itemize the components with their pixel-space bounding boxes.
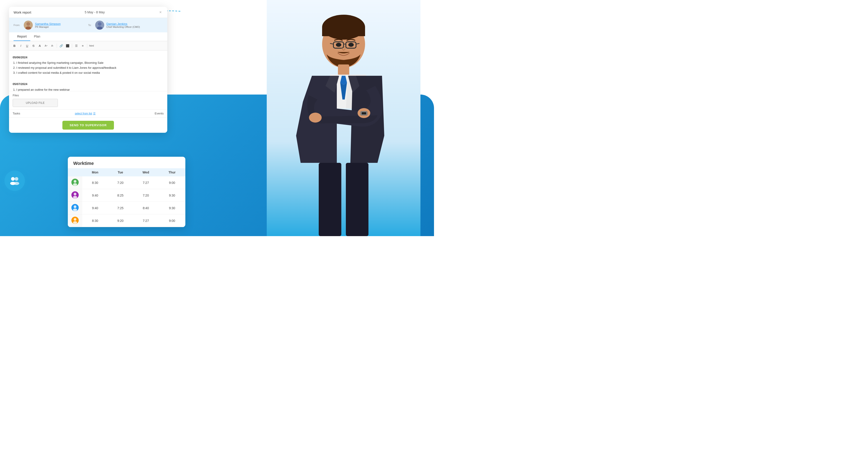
row-2-mon: 9:40 <box>82 189 108 202</box>
worktime-row-2: 9:40 8:25 7:20 9:30 <box>68 189 185 202</box>
ordered-list-button[interactable]: ☰ <box>74 43 79 49</box>
avatar-3 <box>71 204 79 211</box>
worktime-header-row: Mon Tue Wed Thur <box>68 168 185 176</box>
to-section: To: Damian Jenkins Chief Marketing Offic… <box>88 21 163 30</box>
work-report-card: Work report 5 May - 8 May × From: Samant… <box>9 7 167 133</box>
send-area: SEND TO SUPERVISOR <box>9 117 167 133</box>
entry-item-2-1: 1. I prepared an outline for the new web… <box>13 87 164 91</box>
italic-button[interactable]: I <box>18 43 24 49</box>
card-header: Work report 5 May - 8 May × <box>9 7 167 18</box>
from-label: From: <box>13 24 20 26</box>
row-3-mon: 9:40 <box>82 202 108 214</box>
entry-date-1: 05/06/2024 <box>13 55 164 60</box>
page-container: Work report 5 May - 8 May × From: Samant… <box>0 0 434 236</box>
worktime-table: Mon Tue Wed Thur <box>68 168 185 227</box>
from-to-section: From: Samantha Simpson PR Manager To: <box>9 18 167 32</box>
to-person-role: Chief Marketing Officer (CMO) <box>106 26 140 28</box>
svg-rect-27 <box>362 112 366 114</box>
col-thur: Thur <box>159 168 185 176</box>
toolbar-separator-1 <box>57 43 57 48</box>
svg-point-16 <box>348 43 354 47</box>
row-1-thur: 9:00 <box>159 176 185 189</box>
svg-point-1 <box>11 177 15 181</box>
svg-point-46 <box>73 208 77 211</box>
link-button[interactable]: 🔗 <box>59 43 64 49</box>
editor-toolbar: B I U S A A+ A- 🔗 ⬛ ☰ ≡ html <box>9 41 167 51</box>
font-size-down-button[interactable]: A- <box>50 43 55 49</box>
worktime-row-4: 8:30 9:20 7:27 9:00 <box>68 214 185 227</box>
select-from-list-text: select from list <box>75 112 92 115</box>
tasks-section: Tasks select from list ☰ Events <box>9 109 167 117</box>
svg-point-24 <box>309 113 322 123</box>
font-size-up-button[interactable]: A+ <box>43 43 49 49</box>
team-badge <box>4 171 25 191</box>
row-1-avatar <box>68 176 82 189</box>
close-button[interactable]: × <box>158 10 163 14</box>
svg-point-43 <box>73 196 77 199</box>
svg-point-48 <box>74 218 76 221</box>
row-4-avatar <box>68 214 82 227</box>
toolbar-separator-2 <box>72 43 72 48</box>
svg-rect-29 <box>346 163 368 236</box>
from-avatar <box>24 21 33 30</box>
entry-item-1-3: 3. I crafted content for social media & … <box>13 70 164 75</box>
tab-report[interactable]: Report <box>13 32 30 41</box>
files-label: Files <box>13 94 164 97</box>
entry-item-1-1: 1. I finished analyzing the Spring marke… <box>13 60 164 65</box>
svg-point-39 <box>74 180 76 183</box>
row-3-wed: 8:40 <box>133 202 159 214</box>
from-section: From: Samantha Simpson PR Manager <box>13 21 88 30</box>
from-person-role: PR Manager <box>35 26 61 28</box>
svg-point-49 <box>73 221 77 224</box>
svg-point-40 <box>73 183 77 186</box>
worktime-card: Worktime Mon Tue Wed Thur <box>68 157 185 227</box>
svg-rect-9 <box>322 27 365 36</box>
font-button[interactable]: A <box>37 43 42 49</box>
select-from-list-link[interactable]: select from list ☰ <box>75 112 96 115</box>
avatar-4 <box>71 217 79 224</box>
row-4-wed: 7:27 <box>133 214 159 227</box>
tasks-label: Tasks <box>13 112 20 115</box>
filter-icon: ☰ <box>93 112 96 115</box>
upload-file-label: UPLOAD FILE <box>26 101 45 105</box>
entry-item-1-2: 2. I reviewed my proposal and submitted … <box>13 65 164 70</box>
underline-button[interactable]: U <box>24 43 30 49</box>
row-4-tue: 9:20 <box>108 214 133 227</box>
svg-rect-17 <box>338 64 349 76</box>
row-1-mon: 8:30 <box>82 176 108 189</box>
svg-point-36 <box>98 22 101 26</box>
editor-content[interactable]: 05/06/2024 1. I finished analyzing the S… <box>9 51 167 91</box>
html-button[interactable]: html <box>89 43 94 49</box>
to-label: To: <box>88 24 92 26</box>
to-person-info: Damian Jenkins Chief Marketing Officer (… <box>106 22 140 28</box>
person-image <box>267 0 421 236</box>
unordered-list-button[interactable]: ≡ <box>80 43 86 49</box>
col-wed: Wed <box>133 168 159 176</box>
tabs-section: Report Plan <box>9 32 167 41</box>
row-4-mon: 8:30 <box>82 214 108 227</box>
svg-point-33 <box>26 22 30 26</box>
row-3-avatar <box>68 202 82 214</box>
person-svg <box>267 0 421 236</box>
upload-file-button[interactable]: UPLOAD FILE <box>13 99 58 107</box>
tab-plan[interactable]: Plan <box>30 32 44 41</box>
from-person-info: Samantha Simpson PR Manager <box>35 22 61 28</box>
svg-rect-28 <box>319 163 341 236</box>
svg-point-45 <box>74 205 76 208</box>
strikethrough-button[interactable]: S <box>31 43 36 49</box>
worktime-row-3: 9:40 7:25 8:40 9:30 <box>68 202 185 214</box>
svg-point-2 <box>15 177 18 181</box>
bold-button[interactable]: B <box>12 43 17 49</box>
row-2-thur: 9:30 <box>159 189 185 202</box>
files-section: Files UPLOAD FILE <box>9 91 167 109</box>
send-to-supervisor-button[interactable]: SEND TO SUPERVISOR <box>62 121 114 129</box>
image-button[interactable]: ⬛ <box>65 43 70 49</box>
row-1-wed: 7:27 <box>133 176 159 189</box>
from-person-name[interactable]: Samantha Simpson <box>35 22 61 26</box>
row-2-wed: 7:20 <box>133 189 159 202</box>
worktime-title: Worktime <box>68 157 185 168</box>
entry-date-2: 05/07/2024 <box>13 82 164 87</box>
row-1-tue: 7:20 <box>108 176 133 189</box>
to-person-name[interactable]: Damian Jenkins <box>106 22 140 26</box>
avatar-1 <box>71 179 79 186</box>
